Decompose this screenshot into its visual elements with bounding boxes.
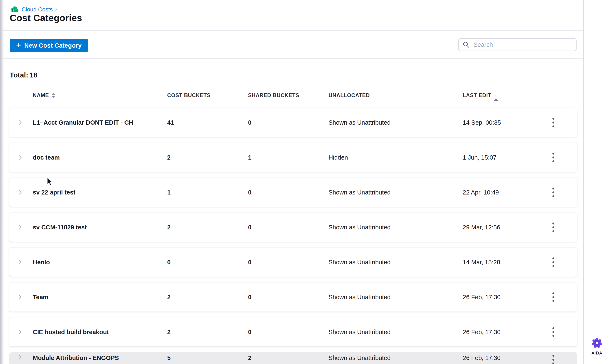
- last-edit-value: 14 Sep, 00:35: [463, 119, 501, 126]
- shared-buckets-value: 2: [248, 354, 251, 362]
- total-count: Total:18: [10, 71, 39, 79]
- toolbar: + New Cost Category: [3, 31, 583, 59]
- cost-category-name: Henlo: [33, 259, 50, 266]
- table-row[interactable]: Team 2 0 Shown as Unattributed 26 Feb, 1…: [9, 283, 577, 312]
- total-value: 18: [29, 71, 37, 79]
- shared-buckets-value: 0: [248, 328, 251, 336]
- left-edge-shade: [0, 0, 4, 364]
- column-label: COST BUCKETS: [167, 92, 210, 98]
- sort-icon[interactable]: [52, 93, 55, 98]
- kebab-menu-icon[interactable]: [551, 291, 556, 303]
- sort-ascending-icon[interactable]: [494, 92, 498, 98]
- table-row[interactable]: sv CCM-11829 test 2 0 Shown as Unattribu…: [9, 213, 577, 242]
- kebab-menu-icon[interactable]: [551, 326, 556, 338]
- kebab-menu-icon[interactable]: [551, 354, 556, 364]
- breadcrumb: $ Cloud Costs ›: [10, 6, 57, 13]
- search-input[interactable]: [473, 41, 572, 49]
- page-header: $ Cloud Costs › Cost Categories: [3, 0, 583, 31]
- kebab-menu-icon[interactable]: [551, 117, 556, 129]
- breadcrumb-cloud-costs-link[interactable]: Cloud Costs: [22, 7, 53, 13]
- cloud-costs-icon: $: [10, 6, 19, 13]
- unallocated-value: Shown as Unattributed: [328, 189, 390, 196]
- column-header-name[interactable]: NAME: [33, 92, 55, 98]
- search-icon: [463, 41, 470, 48]
- last-edit-value: 26 Feb, 17:30: [463, 328, 501, 336]
- cost-category-name: sv 22 april test: [33, 189, 76, 196]
- kebab-menu-icon[interactable]: [551, 186, 556, 198]
- last-edit-value: 26 Feb, 17:30: [463, 354, 501, 362]
- new-cost-category-label: New Cost Category: [24, 42, 82, 49]
- kebab-menu-icon[interactable]: [551, 151, 556, 163]
- shared-buckets-value: 0: [248, 294, 251, 300]
- search-box[interactable]: [458, 38, 577, 51]
- aida-label: AIDA: [584, 351, 610, 355]
- column-label: NAME: [33, 92, 49, 98]
- column-header-last-edit[interactable]: LAST EDIT: [463, 92, 498, 98]
- expand-chevron-icon[interactable]: [17, 154, 23, 161]
- right-rail: [584, 0, 610, 364]
- column-label: SHARED BUCKETS: [248, 92, 299, 98]
- table-row[interactable]: L1- Acct Granular DONT EDIT - CH 41 0 Sh…: [9, 108, 577, 137]
- column-label: LAST EDIT: [463, 92, 491, 98]
- cost-buckets-value: 2: [167, 294, 171, 300]
- last-edit-value: 26 Feb, 17:30: [463, 294, 501, 300]
- table-header: NAME COST BUCKETS SHARED BUCKETS UNALLOC…: [9, 91, 577, 102]
- last-edit-value: 29 Mar, 12:56: [463, 224, 500, 231]
- column-header-unallocated: UNALLOCATED: [328, 92, 370, 98]
- table-row[interactable]: Module Attribution - ENGOPS 5 2 Shown as…: [9, 352, 577, 364]
- aida-widget[interactable]: AIDA: [584, 337, 610, 355]
- cost-buckets-value: 2: [167, 154, 171, 161]
- table-row[interactable]: CIE hosted build breakout 2 0 Shown as U…: [9, 317, 577, 346]
- unallocated-value: Shown as Unattributed: [328, 294, 390, 300]
- last-edit-value: 1 Jun, 15:07: [463, 154, 496, 161]
- cost-category-name: L1- Acct Granular DONT EDIT - CH: [33, 119, 133, 126]
- expand-chevron-icon[interactable]: [17, 259, 23, 265]
- table-row[interactable]: doc team 2 1 Hidden 1 Jun, 15:07: [9, 143, 577, 172]
- unallocated-value: Shown as Unattributed: [328, 259, 390, 266]
- shared-buckets-value: 0: [248, 259, 251, 266]
- breadcrumb-separator: ›: [55, 6, 57, 12]
- total-label: Total:: [10, 71, 28, 79]
- shared-buckets-value: 0: [248, 119, 251, 126]
- unallocated-value: Hidden: [328, 154, 348, 161]
- kebab-menu-icon[interactable]: [551, 256, 556, 268]
- column-label: UNALLOCATED: [328, 92, 370, 98]
- unallocated-value: Shown as Unattributed: [328, 119, 390, 126]
- cost-category-name: Team: [33, 294, 49, 300]
- shared-buckets-value: 0: [248, 224, 251, 231]
- cost-buckets-value: 5: [167, 354, 171, 362]
- aida-logo-icon: [591, 346, 603, 349]
- expand-chevron-icon[interactable]: [17, 354, 23, 360]
- cost-buckets-value: 2: [167, 224, 171, 231]
- table-row[interactable]: Henlo 0 0 Shown as Unattributed 14 Mar, …: [9, 247, 577, 277]
- cost-buckets-value: 41: [167, 119, 174, 126]
- unallocated-value: Shown as Unattributed: [328, 328, 390, 336]
- expand-chevron-icon[interactable]: [17, 189, 23, 195]
- cost-category-name: Module Attribution - ENGOPS: [33, 354, 119, 362]
- expand-chevron-icon[interactable]: [17, 224, 23, 231]
- column-header-cost-buckets: COST BUCKETS: [167, 92, 210, 98]
- cost-category-name: doc team: [33, 154, 60, 161]
- column-header-shared-buckets: SHARED BUCKETS: [248, 92, 299, 98]
- shared-buckets-value: 0: [248, 189, 251, 196]
- cost-buckets-value: 2: [167, 328, 171, 336]
- unallocated-value: Shown as Unattributed: [328, 354, 390, 362]
- shared-buckets-value: 1: [248, 154, 251, 161]
- unallocated-value: Shown as Unattributed: [328, 224, 390, 231]
- last-edit-value: 22 Apr, 10:49: [463, 189, 499, 196]
- kebab-menu-icon[interactable]: [551, 221, 556, 233]
- svg-text:$: $: [12, 9, 13, 13]
- table-row[interactable]: sv 22 april test 1 0 Shown as Unattribut…: [9, 178, 577, 207]
- page-title: Cost Categories: [10, 13, 82, 23]
- cost-category-name: sv CCM-11829 test: [33, 224, 87, 231]
- cost-category-name: CIE hosted build breakout: [33, 328, 109, 336]
- new-cost-category-button[interactable]: + New Cost Category: [10, 39, 88, 52]
- expand-chevron-icon[interactable]: [17, 119, 23, 126]
- expand-chevron-icon[interactable]: [17, 329, 23, 335]
- cost-buckets-value: 1: [167, 189, 171, 196]
- last-edit-value: 14 Mar, 15:28: [463, 259, 500, 266]
- cost-category-list: L1- Acct Granular DONT EDIT - CH 41 0 Sh…: [9, 108, 577, 364]
- expand-chevron-icon[interactable]: [17, 294, 23, 300]
- cost-buckets-value: 0: [167, 259, 171, 266]
